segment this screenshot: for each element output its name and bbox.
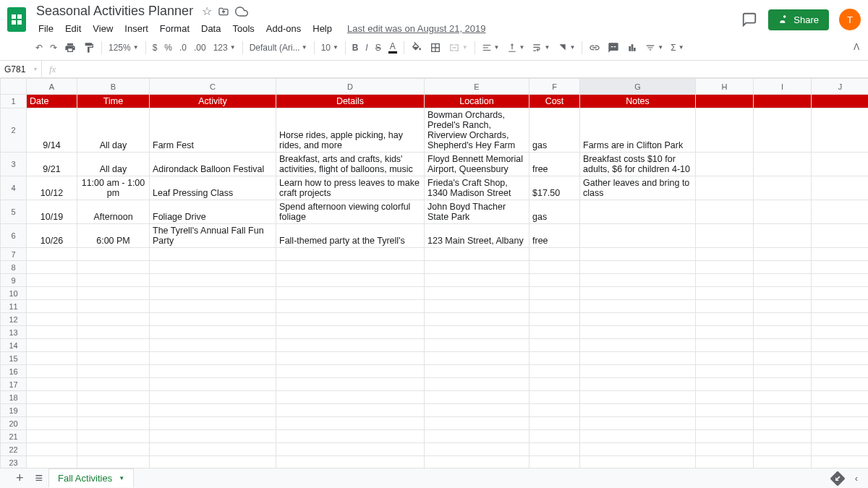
cell[interactable] (276, 300, 425, 313)
cell[interactable]: John Boyd Thacher State Park (425, 200, 529, 224)
cell[interactable]: Leaf Pressing Class (150, 176, 276, 200)
cell[interactable] (27, 352, 77, 365)
cell[interactable] (276, 274, 425, 287)
row-header[interactable]: 17 (1, 378, 27, 391)
cell[interactable] (77, 300, 150, 313)
cell[interactable] (425, 404, 529, 417)
print-icon[interactable] (61, 39, 80, 56)
cell[interactable] (812, 287, 869, 300)
col-header[interactable]: F (529, 79, 580, 95)
cell[interactable] (812, 417, 869, 430)
cell[interactable] (27, 300, 77, 313)
cell[interactable] (276, 339, 425, 352)
cell[interactable] (77, 404, 150, 417)
menu-help[interactable]: Help (307, 21, 337, 36)
cell[interactable] (812, 365, 869, 378)
cell[interactable] (27, 326, 77, 339)
cell[interactable] (580, 352, 696, 365)
menu-insert[interactable]: Insert (119, 21, 153, 36)
cell[interactable] (696, 365, 754, 378)
cell[interactable] (754, 287, 812, 300)
star-icon[interactable]: ☆ (202, 4, 212, 18)
cell[interactable]: 9/14 (27, 108, 77, 153)
rotate-icon[interactable]: ▼ (553, 39, 579, 56)
cell[interactable] (696, 417, 754, 430)
cell[interactable]: All day (77, 153, 150, 176)
explore-icon[interactable] (830, 471, 845, 486)
cell[interactable] (529, 339, 580, 352)
cell[interactable] (529, 378, 580, 391)
cell[interactable] (812, 300, 869, 313)
cell[interactable]: Farms are in Clifton Park (580, 108, 696, 153)
cloud-icon[interactable] (235, 5, 248, 18)
cell[interactable] (276, 287, 425, 300)
row-header[interactable]: 12 (1, 313, 27, 326)
cell[interactable] (276, 365, 425, 378)
cell[interactable]: 9/21 (27, 153, 77, 176)
cell[interactable] (580, 200, 696, 224)
cell[interactable] (696, 248, 754, 261)
cell[interactable] (754, 378, 812, 391)
add-sheet-icon[interactable]: + (10, 471, 30, 486)
cell[interactable] (696, 326, 754, 339)
col-header[interactable]: J (812, 79, 869, 95)
cell[interactable] (77, 365, 150, 378)
cell[interactable] (425, 261, 529, 274)
row-header[interactable]: 18 (1, 391, 27, 404)
cell[interactable]: Bowman Orchards, Predel's Ranch, Rivervi… (425, 108, 529, 153)
col-header[interactable]: I (754, 79, 812, 95)
row-header[interactable]: 22 (1, 443, 27, 456)
cell[interactable] (27, 261, 77, 274)
cell[interactable]: Activity (150, 95, 276, 108)
cell[interactable] (425, 300, 529, 313)
cell[interactable] (580, 443, 696, 456)
cell[interactable] (812, 443, 869, 456)
cell[interactable] (425, 443, 529, 456)
cell[interactable] (276, 456, 425, 468)
cell[interactable] (580, 404, 696, 417)
cell[interactable] (276, 352, 425, 365)
cell[interactable]: Fall-themed party at the Tyrell's (276, 224, 425, 248)
cell[interactable] (812, 326, 869, 339)
cell[interactable] (754, 200, 812, 224)
strike-icon[interactable]: S (372, 39, 385, 56)
cell[interactable]: gas (529, 108, 580, 153)
cell[interactable] (696, 313, 754, 326)
cell[interactable] (812, 200, 869, 224)
redo-icon[interactable]: ↷ (46, 39, 61, 56)
cell[interactable] (150, 404, 276, 417)
cell[interactable] (77, 352, 150, 365)
cell[interactable] (276, 326, 425, 339)
cell[interactable] (812, 95, 869, 108)
move-icon[interactable] (218, 6, 229, 17)
menu-file[interactable]: File (33, 21, 59, 36)
cell[interactable] (812, 108, 869, 153)
cell[interactable]: 10/26 (27, 224, 77, 248)
cell[interactable] (812, 153, 869, 176)
cell[interactable] (812, 248, 869, 261)
cell[interactable]: Frieda's Craft Shop, 1340 Madison Street (425, 176, 529, 200)
cell[interactable] (425, 287, 529, 300)
cell[interactable] (754, 417, 812, 430)
cell[interactable] (276, 378, 425, 391)
menu-data[interactable]: Data (196, 21, 226, 36)
cell[interactable] (812, 274, 869, 287)
cell[interactable] (77, 313, 150, 326)
undo-icon[interactable]: ↶ (32, 39, 46, 56)
cell[interactable] (529, 248, 580, 261)
cell[interactable] (425, 430, 529, 443)
cell[interactable] (529, 404, 580, 417)
collapse-toolbar-icon[interactable]: ᐱ (854, 42, 859, 52)
sheet-tab[interactable]: Fall Activities ▼ (48, 468, 134, 487)
all-sheets-icon[interactable]: ≡ (30, 471, 49, 486)
cell[interactable] (425, 313, 529, 326)
cell[interactable] (812, 456, 869, 468)
cell[interactable] (77, 274, 150, 287)
row-header[interactable]: 2 (1, 108, 27, 153)
cell[interactable] (696, 430, 754, 443)
cell[interactable] (580, 365, 696, 378)
cell[interactable]: 10/12 (27, 176, 77, 200)
cell[interactable] (150, 339, 276, 352)
cell[interactable] (696, 443, 754, 456)
menu-view[interactable]: View (88, 21, 118, 36)
